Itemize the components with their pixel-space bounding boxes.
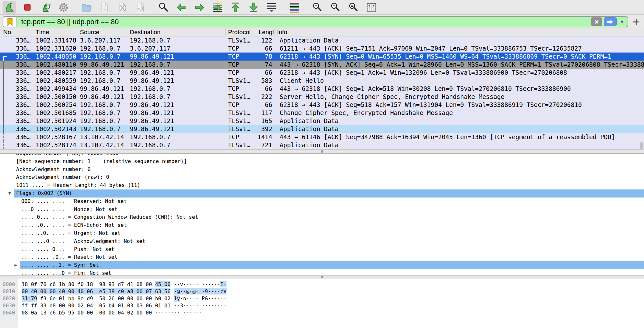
expander-open-icon[interactable]: ▼: [8, 189, 11, 198]
folder-icon: [81, 2, 92, 13]
zoom-in-icon: [312, 2, 323, 13]
main-toolbar: [0, 0, 644, 15]
packet-row[interactable]: 336…1002.50015099.86.49.121192.168.0.7TL…: [0, 93, 644, 101]
column-header-no[interactable]: No.: [0, 28, 33, 36]
zoom-out-icon: [330, 2, 341, 13]
detail-line[interactable]: .... .... ...0 = Fin: Not set: [0, 269, 644, 275]
detail-line-flags-selected[interactable]: ▼Flags: 0x002 (SYN): [0, 189, 644, 198]
last-packet-button[interactable]: [247, 1, 260, 14]
packet-row[interactable]: 336…1002.49943499.86.49.121192.168.0.7TC…: [0, 85, 644, 93]
restart-icon: [40, 2, 51, 13]
column-header-source[interactable]: Source: [77, 28, 127, 36]
detail-line[interactable]: Sequence number (raw): 2665041958: [0, 154, 644, 158]
detail-line[interactable]: Acknowledgment number: 0: [0, 166, 644, 174]
open-file-button[interactable]: [80, 1, 93, 14]
packet-row[interactable]: 336…1002.48011099.86.49.121192.168.0.7TC…: [0, 61, 644, 69]
stop-icon: [22, 2, 33, 13]
detail-line[interactable]: 1011 .... = Header Length: 44 bytes (11): [0, 181, 644, 189]
zoom-original-button[interactable]: [347, 1, 360, 14]
save-file-icon: [99, 2, 110, 13]
hex-row[interactable]: 002031 79 f3 6e 01 bb 9e d9 50 26 00 00 …: [0, 295, 644, 302]
conversation-line-mark: [3, 93, 4, 101]
conversation-line-mark: [3, 109, 4, 117]
detail-line[interactable]: [Next sequence number: 1 (relative seque…: [0, 158, 644, 166]
coloring-rules-button[interactable]: [288, 1, 301, 14]
column-header-destination[interactable]: Destination: [127, 28, 226, 36]
conversation-line-mark: [3, 101, 4, 109]
hex-offset: 0030: [0, 302, 18, 309]
hex-row[interactable]: 0030ff ff 33 d8 00 00 02 04 05 b4 01 03 …: [0, 302, 644, 309]
resize-columns-button[interactable]: [365, 1, 378, 14]
zoom-out-button[interactable]: [329, 1, 342, 14]
close-file-button[interactable]: [116, 1, 129, 14]
packet-row[interactable]: 336…1002.501924192.168.0.799.86.49.121TL…: [0, 117, 644, 125]
gear-icon: [58, 2, 69, 13]
packet-row[interactable]: 336…1002.502143192.168.0.799.86.49.121TL…: [0, 125, 644, 133]
add-filter-button[interactable]: [631, 17, 642, 27]
toolbar-separator: [75, 2, 75, 13]
column-header-time[interactable]: Time: [33, 28, 77, 36]
close-file-icon: [117, 2, 128, 13]
packet-details-pane: Sequence number (raw): 2665041958 [Next …: [0, 154, 644, 275]
packet-row[interactable]: 336…1002.331620192.168.0.73.6.207.117TCP…: [0, 44, 644, 53]
expander-closed-icon[interactable]: ▶: [14, 261, 17, 269]
auto-scroll-button[interactable]: [265, 1, 278, 14]
column-header-info[interactable]: Info: [274, 28, 644, 36]
filter-toolbar: tcp.port == 80 || udp.port == 80: [0, 15, 644, 28]
clear-filter-icon: [594, 19, 599, 24]
pane-splitter[interactable]: [0, 275, 644, 279]
packet-row[interactable]: 336…1002.480217192.168.0.799.86.49.121TC…: [0, 69, 644, 77]
hex-row[interactable]: 004008 0a 13 e6 b5 95 00 00 00 00 04 02 …: [0, 309, 644, 316]
detail-line[interactable]: .... ..0. .... = Urgent: Not set: [0, 229, 644, 237]
search-icon: [158, 2, 169, 13]
filter-dropdown-button[interactable]: [618, 17, 626, 26]
packet-row[interactable]: 336…1002.52816713.107.42.14192.168.0.7TC…: [0, 133, 644, 141]
detail-line[interactable]: ...0 .... .... = Nonce: Not set: [0, 206, 644, 214]
stop-capture-button[interactable]: [21, 1, 34, 14]
hex-offset: 0040: [0, 309, 18, 316]
hex-offset: 0010: [0, 288, 18, 295]
pane-splitter[interactable]: [0, 149, 644, 154]
packet-row-selected[interactable]: 336…1002.448050192.168.0.799.86.49.121TC…: [0, 53, 644, 61]
display-filter-value[interactable]: tcp.port == 80 || udp.port == 80: [17, 18, 591, 26]
packet-row[interactable]: 336…1002.3314783.6.207.117192.168.0.7TLS…: [0, 36, 644, 44]
start-capture-button[interactable]: [3, 1, 16, 14]
apply-filter-button[interactable]: [604, 17, 617, 26]
detail-line[interactable]: .... 0... .... = Congestion Window Reduc…: [0, 213, 644, 221]
first-packet-button[interactable]: [229, 1, 242, 14]
clear-filter-button[interactable]: [591, 17, 602, 26]
reload-file-button[interactable]: [134, 1, 147, 14]
detail-line[interactable]: .... .... 0... = Push: Not set: [0, 246, 644, 254]
zoom-original-icon: [348, 2, 359, 13]
hex-offset: 0000: [0, 281, 18, 288]
detail-line[interactable]: .... .... .0.. = Reset: Not set: [0, 253, 644, 261]
hex-row[interactable]: 000018 0f 76 c6 1b 80 f0 18 98 93 d7 d1 …: [0, 281, 644, 288]
conversation-line-mark: [3, 85, 4, 93]
auto-scroll-icon: [266, 2, 277, 13]
packet-row[interactable]: 336…1002.500254192.168.0.799.86.49.121TC…: [0, 101, 644, 109]
packet-row[interactable]: 336…1002.52817413.107.42.14192.168.0.7TL…: [0, 141, 644, 149]
capture-options-button[interactable]: [57, 1, 70, 14]
detail-line-syn-highlight[interactable]: ▶.... .... ..1. = Syn: Set: [0, 261, 644, 269]
restart-capture-button[interactable]: [39, 1, 52, 14]
filter-bookmark-button[interactable]: [3, 17, 17, 27]
packet-row[interactable]: 336…1002.480559192.168.0.799.86.49.121TL…: [0, 77, 644, 85]
detail-line[interactable]: .... .0.. .... = ECN-Echo: Not set: [0, 221, 644, 229]
find-packet-button[interactable]: [157, 1, 170, 14]
toolbar-separator: [283, 2, 283, 13]
detail-line[interactable]: .... ...0 .... = Acknowledgment: Not set: [0, 237, 644, 246]
chevron-down-icon: [620, 20, 624, 24]
column-header-length[interactable]: Length: [256, 28, 274, 36]
display-filter-input[interactable]: tcp.port == 80 || udp.port == 80: [3, 16, 628, 27]
plus-icon: [633, 18, 640, 25]
next-packet-button[interactable]: [193, 1, 206, 14]
zoom-in-button[interactable]: [311, 1, 324, 14]
go-to-packet-button[interactable]: [211, 1, 224, 14]
hex-row[interactable]: 001000 40 00 00 40 00 40 06 e5 39 c0 a8 …: [0, 288, 644, 295]
column-header-protocol[interactable]: Protocol: [226, 28, 256, 36]
detail-line[interactable]: Acknowledgment number (raw): 0: [0, 173, 644, 181]
detail-line[interactable]: 000. .... .... = Reserved: Not set: [0, 198, 644, 206]
save-file-button[interactable]: [98, 1, 111, 14]
previous-packet-button[interactable]: [175, 1, 188, 14]
packet-row[interactable]: 336…1002.501685192.168.0.799.86.49.121TL…: [0, 109, 644, 117]
